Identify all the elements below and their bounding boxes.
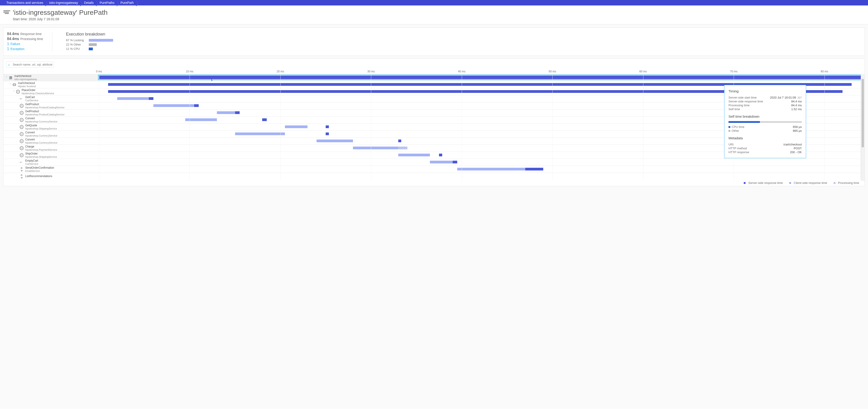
- span-bar[interactable]: [457, 168, 534, 170]
- span-name: GetQuote: [25, 124, 57, 127]
- span-bar[interactable]: [316, 139, 353, 142]
- svg-text:G: G: [17, 91, 19, 93]
- search-input[interactable]: [6, 61, 54, 68]
- exec-breakdown-row: 67 % Locking: [66, 38, 148, 42]
- tooltip-kv: URI/cart/checkout: [728, 143, 802, 146]
- processing-time-label: Processing time: [20, 37, 43, 41]
- tooltip-metadata-header: Metadata: [728, 136, 802, 140]
- hex-icon: G: [16, 89, 20, 94]
- exec-breakdown-row: 22 % Other: [66, 43, 148, 46]
- purepath-icon: [3, 9, 11, 17]
- span-bar[interactable]: [217, 111, 235, 114]
- span-bar[interactable]: [235, 132, 285, 135]
- tooltip-kv: Other865 µs: [728, 129, 802, 132]
- span-service: hipstershop.CurrencyService: [25, 134, 57, 137]
- time-axis: 0 ms10 ms20 ms30 ms40 ms50 ms60 ms70 ms8…: [3, 70, 865, 74]
- chevron-down-icon[interactable]: ˅: [12, 90, 16, 93]
- axis-tick: 40 ms: [458, 70, 465, 73]
- svg-point-1: [13, 85, 14, 85]
- span-bar[interactable]: [453, 161, 457, 163]
- search-icon: ⌕: [8, 63, 10, 66]
- span-service: hipstershop.ShippingService: [25, 127, 57, 130]
- legend-client-icon: [789, 182, 791, 184]
- chevron-down-icon[interactable]: ˅: [5, 76, 8, 79]
- span-service: hipstershop.CurrencyService: [25, 141, 57, 144]
- span-name: SendOrderConfirmation: [25, 166, 54, 169]
- breadcrumb-item[interactable]: istio-ingressgateway: [47, 1, 82, 5]
- axis-tick: 20 ms: [277, 70, 284, 73]
- span-bar[interactable]: [285, 125, 308, 128]
- failure-count[interactable]: 1: [7, 42, 9, 46]
- span-name: Charge: [25, 145, 57, 148]
- tooltip-selftime-header: Self time breakdown: [728, 115, 802, 118]
- span-bar[interactable]: [398, 147, 407, 149]
- hex-icon: G: [19, 103, 24, 108]
- span-bar[interactable]: [326, 132, 329, 135]
- exception-count[interactable]: 1: [7, 47, 9, 51]
- span-service: istio-ingressgateway: [14, 78, 37, 81]
- span-service: Hipster frontend: [18, 85, 36, 88]
- span-name: EmptyCart: [25, 159, 38, 162]
- span-bar[interactable]: [398, 154, 430, 156]
- span-service: hipstershop.ProductCatalogService: [25, 106, 64, 109]
- axis-tick: 70 ms: [730, 70, 738, 73]
- exec-breakdown-row: 11 % CPU: [66, 47, 148, 51]
- span-bar[interactable]: [326, 125, 329, 128]
- failure-link[interactable]: Failure: [10, 42, 20, 46]
- span-bar[interactable]: [185, 118, 217, 121]
- summary-card: 84.4ms Response time 84.4ms Processing t…: [3, 28, 865, 56]
- net-icon: .NET: [19, 160, 24, 164]
- exec-breakdown-bar: [89, 43, 97, 46]
- net-icon: .NET: [19, 96, 24, 101]
- legend-server-icon: [744, 182, 746, 184]
- span-service: EmailService: [25, 169, 54, 172]
- span-bar[interactable]: [262, 118, 267, 121]
- span-name: Convert: [25, 138, 57, 141]
- response-time-value: 84.4ms: [7, 32, 19, 36]
- exception-link[interactable]: Exception: [10, 47, 24, 51]
- trace-card: ⌕ 0 ms10 ms20 ms30 ms40 ms50 ms60 ms70 m…: [3, 59, 865, 186]
- tooltip-kv: Server-side start time2020 Jul 7 16:01:0…: [728, 96, 802, 99]
- span-name: ListRecommendations: [25, 175, 52, 178]
- scrollbar[interactable]: [861, 74, 865, 180]
- trace-row[interactable]: ListRecommendations: [3, 173, 861, 180]
- span-bar[interactable]: [353, 147, 398, 149]
- span-name: GetCart: [25, 96, 38, 99]
- trace-row[interactable]: .NETEmptyCartCartService: [3, 159, 861, 166]
- span-bar[interactable]: [117, 97, 153, 100]
- svg-text:G: G: [21, 126, 22, 128]
- span-bar[interactable]: [398, 139, 401, 142]
- span-bar[interactable]: [194, 104, 199, 107]
- span-service: hipstershop.CheckoutService: [22, 92, 54, 95]
- tooltip-kv: HTTP methodPOST: [728, 147, 802, 150]
- svg-point-2: [14, 85, 15, 85]
- hex-icon: G: [19, 146, 24, 151]
- processing-time-value: 84.4ms: [7, 37, 19, 41]
- span-bar[interactable]: [525, 168, 544, 170]
- span-name: Convert: [25, 131, 57, 134]
- breadcrumb-item[interactable]: Details: [82, 1, 98, 5]
- span-bar[interactable]: [99, 75, 861, 79]
- svg-text:G: G: [21, 140, 22, 142]
- span-bar[interactable]: [149, 97, 153, 100]
- hex-icon: G: [19, 125, 24, 129]
- span-bar[interactable]: [439, 154, 442, 156]
- chevron-down-icon[interactable]: ˅: [8, 83, 12, 86]
- legend-server-label: Server-side response time: [748, 181, 783, 185]
- page-title: 'istio-ingressgateway' PurePath: [13, 9, 107, 17]
- breadcrumb-item[interactable]: Transactions and services: [5, 1, 47, 5]
- span-bar[interactable]: [153, 104, 199, 107]
- span-name: GetProduct: [25, 110, 64, 113]
- breadcrumb-item[interactable]: PurePaths: [98, 1, 119, 5]
- span-name: /cart/checkout: [14, 75, 37, 77]
- trace-row[interactable]: ˅/cart/checkoutistio-ingressgateway: [3, 74, 861, 81]
- svg-text:G: G: [21, 119, 22, 121]
- svg-rect-0: [13, 84, 16, 86]
- page-subtitle: Start time: 2020 July 7 16:01:09: [13, 17, 107, 21]
- execution-breakdown-title: Execution breakdown: [66, 32, 148, 37]
- trace-row[interactable]: SendOrderConfirmationEmailService: [3, 166, 861, 173]
- response-time-label: Response time: [20, 32, 41, 36]
- span-bar[interactable]: [235, 111, 240, 114]
- span-service: hipstershop.CurrencyService: [25, 120, 57, 123]
- scrollbar-thumb[interactable]: [862, 79, 864, 147]
